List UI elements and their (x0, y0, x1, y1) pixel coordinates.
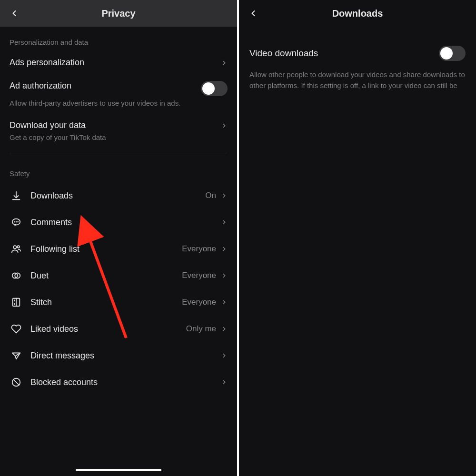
chevron-right-icon (221, 326, 228, 332)
row-duet[interactable]: Duet Everyone (0, 262, 237, 289)
svg-point-6 (17, 246, 20, 248)
row-value: Everyone (182, 298, 216, 307)
row-direct-messages[interactable]: Direct messages (0, 342, 237, 369)
row-label: Ad authorization (10, 81, 201, 91)
chevron-left-icon (10, 9, 19, 18)
home-indicator[interactable] (76, 469, 161, 471)
row-label: Duet (30, 271, 182, 281)
svg-point-3 (16, 222, 17, 222)
downloads-title: Downloads (239, 8, 476, 19)
heart-icon (10, 322, 23, 336)
row-comments[interactable]: Comments (0, 209, 237, 236)
privacy-title: Privacy (0, 8, 237, 19)
row-ads-personalization[interactable]: Ads personalization (0, 51, 237, 74)
back-button[interactable] (6, 5, 23, 22)
row-following-list[interactable]: Following list Everyone (0, 236, 237, 262)
duet-icon (10, 269, 23, 282)
stitch-icon (10, 296, 23, 309)
row-blocked-accounts[interactable]: Blocked accounts (0, 369, 237, 396)
downloads-body: Video downloads Allow other people to do… (239, 27, 476, 91)
chevron-left-icon (248, 9, 258, 18)
chevron-right-icon (221, 122, 228, 129)
download-icon (10, 189, 23, 202)
svg-point-5 (13, 246, 16, 248)
chevron-right-icon (221, 379, 228, 386)
back-button[interactable] (245, 5, 262, 22)
downloads-screen: Downloads Video downloads Allow other pe… (238, 0, 476, 476)
row-downloads[interactable]: Downloads On (0, 182, 237, 209)
row-download-your-data[interactable]: Download your data Get a copy of your Ti… (0, 114, 237, 148)
section-safety-header: Safety (0, 158, 237, 182)
row-liked-videos[interactable]: Liked videos Only me (0, 316, 237, 342)
chevron-right-icon (221, 192, 228, 199)
chevron-right-icon (221, 60, 228, 66)
chevron-right-icon (221, 352, 228, 359)
row-value: Only me (186, 324, 216, 334)
chevron-right-icon (221, 299, 228, 306)
svg-line-16 (13, 379, 19, 385)
row-value: On (205, 191, 216, 200)
row-stitch[interactable]: Stitch Everyone (0, 289, 237, 316)
row-video-downloads[interactable]: Video downloads (249, 46, 466, 61)
row-value: Everyone (182, 244, 216, 254)
svg-point-4 (18, 222, 18, 222)
row-label: Blocked accounts (30, 377, 221, 387)
row-label: Ads personalization (10, 58, 221, 68)
row-label: Following list (30, 244, 182, 254)
video-downloads-description: Allow other people to download your vide… (249, 69, 466, 91)
row-label: Downloads (30, 191, 205, 201)
row-label: Direct messages (30, 351, 221, 361)
row-label: Comments (30, 218, 221, 228)
comment-icon (10, 216, 23, 229)
ad-authorization-toggle[interactable] (201, 81, 228, 96)
chevron-right-icon (221, 272, 228, 279)
people-icon (10, 242, 23, 256)
section-personalization-header: Personalization and data (0, 27, 237, 51)
row-label: Stitch (30, 298, 182, 307)
row-label: Video downloads (249, 48, 318, 59)
row-label: Download your data (10, 120, 221, 130)
send-icon (10, 349, 23, 362)
row-ad-authorization[interactable]: Ad authorization Allow third-party adver… (0, 74, 237, 114)
downloads-header: Downloads (239, 0, 476, 27)
row-label: Liked videos (30, 324, 186, 334)
row-sublabel: Allow third-party advertisers to use you… (10, 99, 228, 107)
svg-point-2 (14, 222, 15, 222)
chevron-right-icon (221, 219, 228, 226)
row-value: Everyone (182, 271, 216, 280)
privacy-screen: Privacy Personalization and data Ads per… (0, 0, 238, 476)
video-downloads-toggle[interactable] (439, 46, 466, 61)
privacy-header: Privacy (0, 0, 237, 27)
chevron-right-icon (221, 246, 228, 252)
row-sublabel: Get a copy of your TikTok data (10, 133, 228, 141)
block-icon (10, 376, 23, 389)
divider (10, 153, 228, 153)
